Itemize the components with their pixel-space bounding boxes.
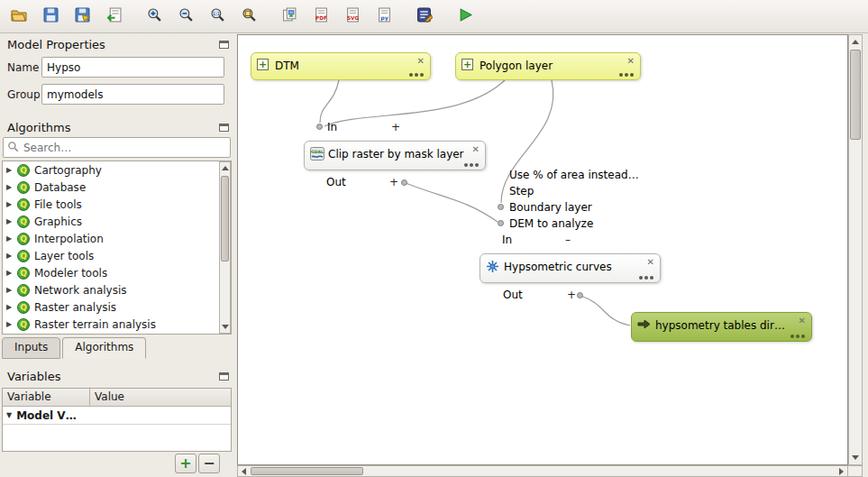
algorithm-group-graphics[interactable]: ▶ Q Graphics [3, 213, 231, 230]
svg-text:py: py [380, 14, 388, 22]
column-header-variable[interactable]: Variable [3, 389, 90, 406]
remove-node-icon[interactable]: ✕ [647, 257, 654, 267]
model-canvas[interactable]: + DTM ✕ + Polygon layer ✕ In + GDAL Clip… [237, 34, 848, 465]
expand-arrow-icon[interactable]: ▶ [6, 200, 17, 208]
tree-scrollbar[interactable] [219, 161, 231, 334]
scroll-up-arrow[interactable] [852, 40, 859, 44]
clip-out-expand-toggle[interactable]: + [389, 176, 398, 188]
export-pdf-icon: PDF [314, 7, 329, 25]
algorithm-group-raster-analysis[interactable]: ▶ Q Raster analysis [3, 298, 231, 316]
provider-icon: Q [17, 318, 30, 331]
scroll-right-arrow[interactable] [839, 468, 844, 475]
model-group-input[interactable] [41, 84, 224, 105]
hypso-in-collapse-toggle[interactable]: – [565, 234, 571, 246]
expand-arrow-icon[interactable]: ▶ [6, 166, 17, 174]
zoom-in-button[interactable] [141, 4, 168, 29]
algorithm-group-modeler-tools[interactable]: ▶ Q Modeler tools [3, 264, 231, 281]
tree-scrollbar-thumb[interactable] [221, 176, 229, 261]
provider-icon: Q [17, 267, 30, 280]
expand-arrow-icon[interactable]: ▶ [6, 303, 17, 311]
clip-out-socket[interactable] [401, 179, 407, 186]
node-alg-clip-raster[interactable]: GDAL Clip raster by mask layer ✕ [304, 141, 486, 170]
node-output-hypsometry-tables[interactable]: hypsometry tables dir… ✕ [631, 312, 812, 342]
node-input-dtm[interactable]: + DTM ✕ [251, 52, 431, 80]
dock-tabbar: Inputs Algorithms [2, 337, 148, 359]
expand-arrow-icon[interactable]: ▶ [6, 183, 17, 191]
save-in-project-button[interactable] [100, 4, 127, 29]
save-model-as-button[interactable] [69, 4, 96, 29]
node-input-polygon-layer[interactable]: + Polygon layer ✕ [455, 52, 641, 80]
run-model-button[interactable] [452, 4, 479, 29]
hypso-out-socket[interactable] [577, 292, 583, 298]
dem-socket[interactable] [498, 220, 504, 226]
collapse-arrow-icon[interactable]: ▼ [6, 411, 12, 419]
clip-in-expand-toggle[interactable]: + [391, 121, 400, 133]
algorithm-group-network-analysis[interactable]: ▶ Q Network analysis [3, 281, 231, 298]
algorithm-group-layer-tools[interactable]: ▶ Q Layer tools [3, 247, 231, 264]
hypso-out-expand-toggle[interactable]: + [567, 289, 576, 301]
zoom-full-icon [242, 7, 257, 25]
model-properties-title: Model Properties [7, 38, 105, 51]
save-model-button[interactable] [37, 4, 64, 29]
export-as-script-button[interactable]: py [370, 4, 397, 29]
remove-node-icon[interactable]: ✕ [417, 56, 425, 66]
algorithm-group-database[interactable]: ▶ Q Database [3, 179, 231, 196]
float-panel-icon[interactable] [219, 124, 229, 132]
float-panel-icon[interactable] [219, 372, 229, 381]
remove-node-icon[interactable]: ✕ [472, 144, 480, 154]
variables-panel-title: Variables [7, 370, 60, 383]
algorithm-group-cartography[interactable]: ▶ Q Cartography [3, 161, 231, 179]
tab-inputs[interactable]: Inputs [2, 337, 60, 359]
save-in-project-icon [106, 7, 122, 25]
zoom-full-button[interactable] [235, 4, 262, 29]
float-panel-icon[interactable] [219, 41, 229, 49]
algorithm-group-interpolation[interactable]: ▶ Q Interpolation [3, 230, 231, 247]
column-header-value[interactable]: Value [90, 389, 129, 406]
node-title: hypsometry tables dir… [655, 319, 785, 332]
svg-text:GDAL: GDAL [311, 150, 324, 154]
scroll-up-arrow[interactable] [222, 166, 229, 170]
algorithm-group-raster-terrain-analysis[interactable]: ▶ Q Raster terrain analysis [3, 316, 231, 333]
expand-arrow-icon[interactable]: ▶ [6, 320, 17, 328]
model-name-input[interactable] [41, 57, 224, 78]
param-step-label: Step [509, 185, 534, 197]
add-variable-button[interactable]: + [175, 454, 196, 473]
remove-variable-button[interactable]: − [198, 454, 220, 473]
save-icon [43, 7, 59, 25]
zoom-in-icon [147, 7, 162, 25]
svg-text:PDF: PDF [315, 15, 327, 21]
boundary-layer-socket[interactable] [498, 204, 504, 210]
canvas-horizontal-scrollbar[interactable] [237, 465, 848, 477]
algorithm-search-input[interactable] [3, 137, 231, 158]
folder-open-icon [11, 8, 27, 25]
expand-arrow-icon[interactable]: ▶ [6, 286, 17, 294]
vertical-scrollbar-thumb[interactable] [850, 50, 861, 140]
clip-in-socket[interactable] [316, 124, 323, 130]
expand-arrow-icon[interactable]: ▶ [6, 269, 17, 277]
export-as-pdf-button[interactable]: PDF [307, 4, 334, 29]
scroll-down-arrow[interactable] [222, 325, 229, 329]
variables-table: Variable Value ▼ Model V… [2, 388, 232, 452]
export-as-image-button[interactable] [276, 4, 303, 29]
export-script-icon: py [377, 7, 392, 25]
scroll-left-arrow[interactable] [242, 468, 246, 475]
expand-arrow-icon[interactable]: ▶ [6, 252, 17, 260]
open-model-button[interactable] [5, 4, 32, 29]
edit-model-help-button[interactable] [411, 4, 438, 29]
variables-group-row[interactable]: ▼ Model V… [3, 407, 231, 425]
scroll-down-arrow[interactable] [852, 455, 859, 460]
horizontal-scrollbar-thumb[interactable] [251, 467, 363, 475]
zoom-out-icon [178, 7, 194, 25]
algorithm-group-file-tools[interactable]: ▶ Q File tools [3, 196, 231, 213]
canvas-vertical-scrollbar[interactable] [848, 34, 863, 465]
zoom-out-button[interactable] [172, 4, 199, 29]
algorithms-tree: ▶ Q Cartography ▶ Q Database ▶ Q File to… [2, 161, 232, 335]
zoom-actual-button[interactable]: 1:1 [204, 4, 231, 29]
remove-node-icon[interactable]: ✕ [799, 316, 806, 326]
expand-arrow-icon[interactable]: ▶ [6, 217, 17, 225]
node-alg-hypsometric-curves[interactable]: Hypsometric curves ✕ [480, 253, 661, 283]
export-as-svg-button[interactable]: SVG [339, 4, 366, 29]
expand-arrow-icon[interactable]: ▶ [6, 234, 17, 243]
remove-node-icon[interactable]: ✕ [627, 56, 635, 66]
tab-algorithms[interactable]: Algorithms [62, 337, 146, 359]
